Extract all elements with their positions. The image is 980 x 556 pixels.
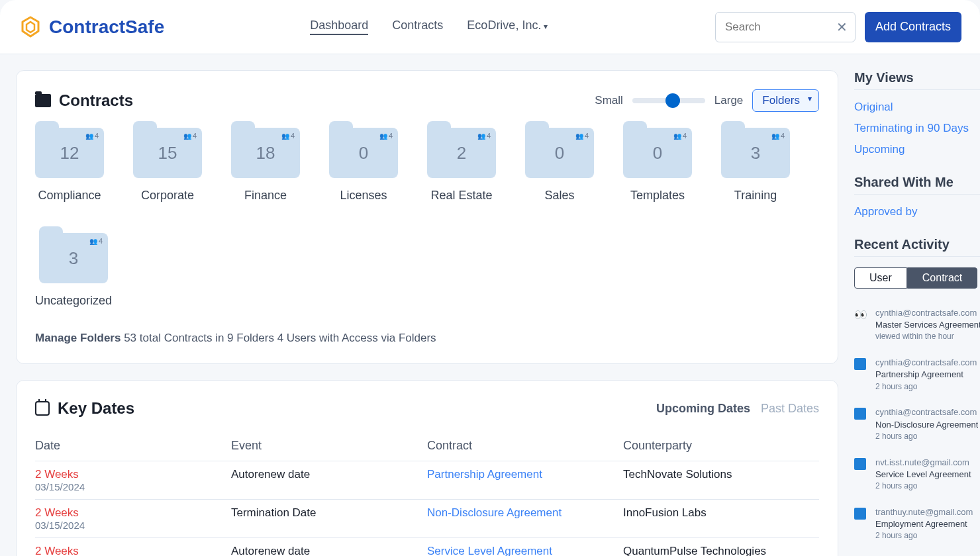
folder-summary: 53 total Contracts in 9 Folders 4 Users … — [124, 332, 436, 344]
nav-dashboard[interactable]: Dashboard — [310, 19, 368, 35]
col-date: Date — [35, 431, 231, 461]
activity-doc: Partnership Agreement — [875, 369, 977, 381]
folder-item[interactable]: 👥 4 18 Finance — [231, 128, 300, 203]
manage-folders-link[interactable]: Manage Folders — [35, 332, 121, 344]
folder-users-badge: 👥 4 — [575, 132, 589, 140]
key-date-row: 2 Weeks03/15/2024 Termination Date Non-D… — [35, 500, 819, 538]
size-slider[interactable] — [632, 98, 705, 103]
shared-heading: Shared With Me — [854, 175, 980, 195]
folder-item[interactable]: 👥 4 2 Real Estate — [427, 128, 496, 203]
counterparty-cell: InnoFusion Labs — [623, 500, 819, 538]
nav-org-dropdown[interactable]: EcoDrive, Inc. — [467, 19, 547, 35]
key-date-row: 2 Weeks03/15/2024 Autorenew date Partner… — [35, 461, 819, 500]
my-view-link[interactable]: Upcoming — [854, 143, 980, 156]
folder-users-badge: 👥 4 — [771, 132, 785, 140]
folder-item[interactable]: 👥 4 15 Corporate — [133, 128, 202, 203]
my-views-heading: My Views — [854, 70, 980, 90]
folder-shape: 👥 4 3 — [721, 128, 790, 178]
folder-shape: 👥 4 0 — [329, 128, 398, 178]
key-date-row: 2 Weeks03/15/2024 Autorenew date Service… — [35, 538, 819, 557]
activity-item[interactable]: cynthia@contractsafe.com Non-Disclosure … — [854, 406, 980, 441]
activity-time: viewed within the hour — [875, 331, 980, 342]
search-clear-icon[interactable]: ✕ — [836, 19, 848, 35]
folder-shape: 👥 4 0 — [623, 128, 692, 178]
folder-label: Uncategorized — [35, 294, 112, 308]
toggle-user[interactable]: User — [854, 267, 907, 289]
activity-doc: Service Level Agreement — [875, 469, 971, 481]
contracts-title: Contracts — [59, 91, 133, 110]
date-relative: 2 Weeks — [35, 545, 231, 556]
folder-count: 3 — [751, 143, 760, 163]
folder-item[interactable]: 👥 4 0 Templates — [623, 128, 692, 203]
nav-contracts[interactable]: Contracts — [392, 19, 443, 35]
activity-user: cynthia@contractsafe.com — [875, 406, 978, 418]
my-view-link[interactable]: Terminating in 90 Days — [854, 122, 980, 135]
contract-link[interactable]: Non-Disclosure Agreement — [427, 506, 562, 519]
folder-shape: 👥 4 3 — [39, 233, 108, 283]
tab-upcoming-dates[interactable]: Upcoming Dates — [656, 402, 750, 416]
my-view-link[interactable]: Original — [854, 101, 980, 114]
folder-item[interactable]: 👥 4 3 Training — [721, 128, 790, 203]
folder-users-badge: 👥 4 — [477, 132, 491, 140]
folder-count: 18 — [256, 143, 275, 163]
folder-item[interactable]: 👥 4 12 Compliance — [35, 128, 104, 203]
folder-shape: 👥 4 12 — [35, 128, 104, 178]
folder-label: Real Estate — [430, 189, 492, 203]
activity-doc: Non-Disclosure Agreement — [875, 419, 978, 431]
brand-name: ContractSafe — [49, 17, 164, 38]
folder-users-badge: 👥 4 — [85, 132, 99, 140]
folder-count: 0 — [359, 143, 368, 163]
folder-label: Licenses — [340, 189, 387, 203]
folder-shape: 👥 4 18 — [231, 128, 300, 178]
document-icon — [854, 358, 866, 370]
folder-count: 0 — [555, 143, 564, 163]
tab-past-dates[interactable]: Past Dates — [761, 402, 819, 416]
date-absolute: 03/15/2024 — [35, 481, 231, 492]
folder-users-badge: 👥 4 — [281, 132, 295, 140]
activity-item[interactable]: cynthia@contractsafe.com Partnership Agr… — [854, 357, 980, 392]
activity-time: 2 hours ago — [875, 381, 977, 393]
folder-label: Sales — [544, 189, 574, 203]
shared-link[interactable]: Approved by — [854, 205, 980, 218]
event-cell: Termination Date — [231, 500, 427, 538]
search-input[interactable] — [715, 12, 856, 42]
event-cell: Autorenew date — [231, 461, 427, 500]
activity-user: cynthia@contractsafe.com — [875, 357, 977, 369]
folder-item[interactable]: 👥 4 0 Licenses — [329, 128, 398, 203]
brand-logo[interactable]: ContractSafe — [19, 15, 164, 39]
slider-thumb[interactable] — [665, 93, 680, 108]
contracts-panel: Contracts Small Large Folders 👥 4 12 Com… — [16, 70, 838, 364]
size-large-label: Large — [714, 94, 743, 107]
size-small-label: Small — [595, 94, 623, 107]
folder-item[interactable]: 👥 4 3 Uncategorized — [35, 233, 112, 308]
contract-link[interactable]: Service Level Agreement — [427, 545, 552, 556]
activity-item[interactable]: 👀 cynthia@contractsafe.com Master Servic… — [854, 307, 980, 342]
activity-item[interactable]: tranthuy.nute@gmail.com Employment Agree… — [854, 506, 980, 541]
col-event: Event — [231, 431, 427, 461]
contract-link[interactable]: Partnership Agreement — [427, 468, 542, 481]
activity-item[interactable]: nvt.isst.nute@gmail.com Service Level Ag… — [854, 457, 980, 492]
folder-item[interactable]: 👥 4 0 Sales — [525, 128, 594, 203]
counterparty-cell: TechNovate Solutions — [623, 461, 819, 500]
toggle-contract[interactable]: Contract — [907, 267, 977, 289]
activity-doc: Master Services Agreement — [875, 319, 980, 331]
folder-count: 3 — [69, 248, 78, 269]
date-relative: 2 Weeks — [35, 506, 231, 520]
col-contract: Contract — [427, 431, 623, 461]
calendar-icon — [35, 401, 50, 416]
folder-label: Templates — [630, 189, 685, 203]
document-icon — [854, 458, 866, 470]
folder-label: Corporate — [141, 189, 194, 203]
key-dates-panel: Key Dates Upcoming Dates Past Dates Date… — [16, 380, 838, 556]
counterparty-cell: QuantumPulse Technologies — [623, 538, 819, 557]
folder-label: Compliance — [38, 189, 101, 203]
folder-count: 0 — [653, 143, 662, 163]
view-mode-dropdown[interactable]: Folders — [752, 89, 819, 112]
folder-users-badge: 👥 4 — [379, 132, 393, 140]
document-icon — [854, 508, 866, 520]
date-relative: 2 Weeks — [35, 468, 231, 481]
folder-shape: 👥 4 2 — [427, 128, 496, 178]
add-contracts-button[interactable]: Add Contracts — [865, 12, 961, 42]
logo-icon — [19, 15, 42, 39]
folder-shape: 👥 4 15 — [133, 128, 202, 178]
